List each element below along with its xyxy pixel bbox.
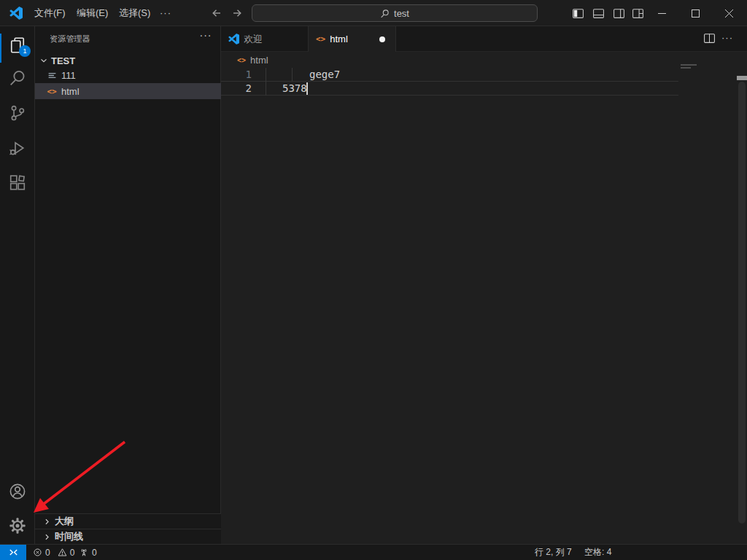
- extensions-icon[interactable]: [9, 174, 26, 192]
- warning-icon: [58, 548, 67, 557]
- command-center-search[interactable]: test: [252, 4, 538, 22]
- warning-count: 0: [70, 548, 75, 558]
- outline-section-header[interactable]: 大纲: [35, 513, 221, 529]
- problems-status[interactable]: 0 0: [33, 545, 74, 560]
- editor-group: 欢迎 <> html ··· <> html 1 2 gege7 53: [221, 26, 747, 544]
- tab-html[interactable]: <> html: [309, 26, 396, 52]
- title-bar: 文件(F) 编辑(E) 选择(S) ··· test: [0, 0, 747, 26]
- menu-file[interactable]: 文件(F): [28, 6, 72, 20]
- timeline-section-header[interactable]: 时间线: [35, 529, 221, 544]
- code-line-text: 5378: [282, 82, 307, 96]
- search-icon: [380, 9, 390, 18]
- activity-bar: 1: [0, 26, 35, 544]
- html-file-icon: <>: [46, 85, 58, 97]
- sidebar-title: 资源管理器: [50, 34, 90, 44]
- search-view-icon[interactable]: [9, 69, 26, 87]
- minimize-button[interactable]: [645, 0, 678, 26]
- forward-icon[interactable]: [231, 7, 243, 19]
- vscode-logo-icon: [9, 7, 23, 20]
- file-row-html[interactable]: <> html: [35, 83, 221, 99]
- editor-scrollbar[interactable]: [737, 68, 747, 544]
- text-file-icon: [46, 69, 58, 81]
- workspace-folder-row[interactable]: TEST: [35, 52, 221, 69]
- minimap: [681, 64, 697, 66]
- scrollbar-slider[interactable]: [738, 82, 746, 524]
- toggle-panel-icon[interactable]: [592, 7, 605, 20]
- chevron-right-icon: [41, 531, 53, 542]
- outline-section-label: 大纲: [55, 515, 74, 528]
- tab-welcome[interactable]: 欢迎: [221, 26, 309, 52]
- chevron-down-icon: [38, 55, 50, 66]
- explorer-sidebar: 资源管理器 ··· TEST 111 <> html 大纲: [35, 26, 221, 544]
- html-file-icon: <>: [237, 56, 246, 64]
- timeline-section-label: 时间线: [55, 530, 83, 543]
- workspace-folder-label: TEST: [51, 55, 75, 66]
- menu-more-icon[interactable]: ···: [153, 6, 178, 20]
- breadcrumb-item[interactable]: html: [250, 55, 268, 66]
- maximize-button[interactable]: [678, 0, 712, 26]
- chevron-right-icon: [41, 516, 53, 527]
- customize-layout-icon[interactable]: [632, 7, 644, 20]
- error-count: 0: [45, 548, 50, 558]
- editor-actions: ···: [703, 32, 733, 44]
- tab-bar: 欢迎 <> html: [221, 26, 747, 52]
- active-view-indicator: [0, 34, 1, 63]
- explorer-more-actions-icon[interactable]: ···: [197, 29, 214, 45]
- accounts-icon[interactable]: [9, 483, 26, 500]
- toggle-primary-sidebar-icon[interactable]: [572, 7, 584, 20]
- file-label-html: html: [61, 86, 80, 97]
- more-actions-icon[interactable]: ···: [721, 32, 733, 44]
- indent-guide: [292, 68, 293, 82]
- tab-label: 欢迎: [244, 33, 263, 46]
- vscode-window: 文件(F) 编辑(E) 选择(S) ··· test: [0, 0, 747, 560]
- code-line-text: gege7: [309, 68, 340, 82]
- vscode-logo-icon: [228, 34, 239, 44]
- file-row-111[interactable]: 111: [35, 67, 221, 83]
- ports-icon: [79, 548, 89, 558]
- ports-status[interactable]: 0: [79, 545, 97, 560]
- overview-ruler-cursor-mark: [737, 76, 747, 80]
- line-number: 1: [221, 68, 252, 82]
- text-cursor: [306, 82, 308, 95]
- cursor-position-status[interactable]: 行 2, 列 7: [535, 545, 572, 560]
- run-debug-icon[interactable]: [9, 139, 26, 157]
- minimap: [681, 67, 691, 69]
- toggle-secondary-sidebar-icon[interactable]: [613, 7, 625, 20]
- line-number: 2: [221, 82, 252, 96]
- menu-edit[interactable]: 编辑(E): [70, 6, 115, 20]
- indentation-status[interactable]: 空格: 4: [584, 545, 611, 560]
- settings-gear-icon[interactable]: [9, 517, 26, 534]
- source-control-icon[interactable]: [9, 104, 26, 122]
- menu-selection[interactable]: 选择(S): [112, 6, 157, 20]
- file-label-111: 111: [61, 70, 76, 81]
- search-value: test: [394, 8, 409, 19]
- html-file-icon: <>: [316, 34, 325, 44]
- modified-dot-icon[interactable]: [379, 36, 385, 42]
- breadcrumb[interactable]: <> html: [221, 52, 747, 68]
- split-editor-icon[interactable]: [703, 32, 716, 44]
- back-icon[interactable]: [211, 7, 222, 19]
- tab-label: html: [330, 34, 348, 44]
- close-button[interactable]: [712, 0, 746, 26]
- ports-count: 0: [92, 548, 97, 558]
- indent-guide: [266, 68, 266, 96]
- code-editor[interactable]: 1 2 gege7 5378: [221, 68, 747, 544]
- explorer-badge: 1: [19, 45, 31, 57]
- remote-icon: [8, 547, 19, 558]
- status-bar: 0 0 0 行 2, 列 7 空格: 4: [0, 544, 747, 560]
- remote-indicator[interactable]: [0, 545, 26, 560]
- error-icon: [33, 548, 42, 557]
